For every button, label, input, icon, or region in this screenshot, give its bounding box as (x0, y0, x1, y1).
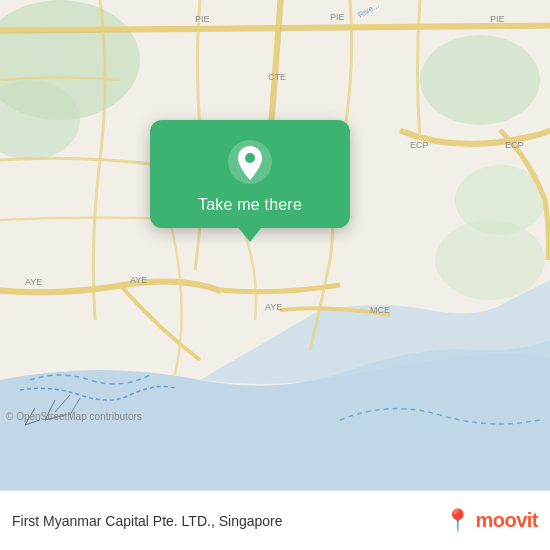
location-name: First Myanmar Capital Pte. LTD., Singapo… (12, 513, 283, 529)
moovit-brand-text: moovit (475, 509, 538, 532)
moovit-logo: 📍 moovit (444, 508, 538, 534)
svg-text:AYE: AYE (265, 302, 282, 312)
svg-text:ECP: ECP (410, 140, 429, 150)
svg-text:PIE: PIE (330, 12, 345, 22)
location-info: First Myanmar Capital Pte. LTD., Singapo… (12, 513, 283, 529)
svg-point-5 (435, 220, 545, 300)
moovit-pin-icon: 📍 (444, 508, 471, 534)
map-copyright: © OpenStreetMap contributors (6, 411, 142, 422)
svg-text:PIE: PIE (490, 14, 505, 24)
svg-text:PIE: PIE (195, 14, 210, 24)
location-title: First Myanmar Capital Pte. LTD., Singapo… (12, 513, 283, 529)
info-bar: First Myanmar Capital Pte. LTD., Singapo… (0, 490, 550, 550)
svg-text:MCE: MCE (370, 305, 390, 315)
svg-text:AYE: AYE (25, 277, 42, 287)
location-pin-icon (226, 138, 274, 186)
svg-point-3 (420, 35, 540, 125)
location-popup[interactable]: Take me there (150, 120, 350, 228)
svg-text:CTE: CTE (268, 72, 286, 82)
svg-point-24 (245, 153, 255, 163)
map-view: PIE PIE PIE CTE ECP ECP AYE AYE AYE MCE … (0, 0, 550, 490)
svg-text:ECP: ECP (505, 140, 524, 150)
svg-text:AYE: AYE (130, 275, 147, 285)
popup-label: Take me there (198, 196, 302, 214)
